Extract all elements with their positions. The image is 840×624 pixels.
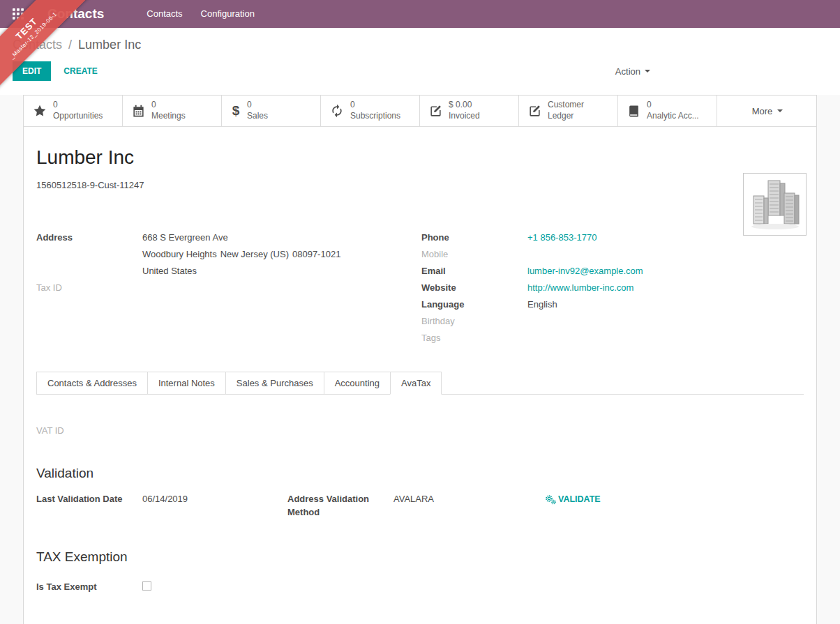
is-tax-exempt-label: Is Tax Exempt <box>36 580 142 593</box>
field-row-website: Website http://www.lumber-inc.com <box>421 280 804 296</box>
street-value: 668 S Evergreen Ave <box>142 229 228 246</box>
tags-label: Tags <box>421 330 527 347</box>
stat-label: Sales <box>247 111 268 122</box>
stat-button-invoiced[interactable]: $ 0.00 Invoiced <box>420 96 519 126</box>
website-link[interactable]: http://www.lumber-inc.com <box>527 280 633 296</box>
field-row-birthday: Birthday <box>421 313 804 330</box>
form-sheet: 0 Opportunities 0 Meetings $ <box>23 95 817 624</box>
breadcrumb-separator: / <box>66 38 75 52</box>
stat-button-analytic-accounts[interactable]: 0 Analytic Acc... <box>618 96 717 126</box>
control-buttons-row: EDIT CREATE Action <box>13 61 840 81</box>
star-icon <box>33 104 47 118</box>
record-reference: 1560512518-9-Cust-11247 <box>36 180 804 190</box>
avatax-tab-panel: VAT ID Validation Last Validation Date 0… <box>36 395 804 593</box>
chevron-down-icon <box>777 109 783 112</box>
language-value: English <box>527 296 557 313</box>
dollar-icon: $ <box>231 103 241 119</box>
tax-exemption-heading: TAX Exemption <box>36 549 804 565</box>
stat-label: Opportunities <box>53 111 103 122</box>
stat-label: Invoiced <box>449 111 480 122</box>
stat-value: 0 <box>350 100 400 111</box>
stat-value: 0 <box>151 100 186 111</box>
tab-sales-purchases[interactable]: Sales & Purchases <box>225 372 324 395</box>
field-row-tags: Tags <box>421 330 804 347</box>
last-validation-value: 06/14/2019 <box>142 492 188 519</box>
email-label: Email <box>421 263 527 280</box>
field-row-country: United States <box>36 263 421 280</box>
action-dropdown[interactable]: Action <box>615 66 650 77</box>
tab-avatax[interactable]: AvaTax <box>390 372 442 395</box>
validation-heading: Validation <box>36 466 804 481</box>
field-row-city: Woodbury Heights New Jersey (US) 08097-1… <box>36 246 421 263</box>
birthday-label: Birthday <box>421 313 527 330</box>
stat-label: Ledger <box>548 111 584 122</box>
last-validation-field: Last Validation Date 06/14/2019 <box>36 492 287 519</box>
tab-internal-notes[interactable]: Internal Notes <box>147 372 226 395</box>
create-button[interactable]: CREATE <box>53 61 107 81</box>
email-link[interactable]: lumber-inv92@example.com <box>527 263 643 280</box>
breadcrumb-current: Lumber Inc <box>78 38 141 52</box>
website-label: Website <box>421 280 527 296</box>
field-row-address: Address 668 S Evergreen Ave <box>36 229 421 246</box>
stat-value: 0 <box>647 100 699 111</box>
stat-button-opportunities[interactable]: 0 Opportunities <box>24 96 123 126</box>
top-navbar: Contacts Contacts Configuration <box>0 0 840 28</box>
stat-button-customer-ledger[interactable]: Customer Ledger <box>519 96 618 126</box>
company-image <box>743 173 807 236</box>
phone-link[interactable]: +1 856-853-1770 <box>527 229 597 246</box>
breadcrumb: Contacts / Lumber Inc <box>13 38 840 52</box>
stat-value: 0 <box>53 100 103 111</box>
field-row-language: Language English <box>421 296 804 313</box>
validation-method-field: Address Validation Method AVALARA <box>287 492 545 519</box>
city-value: Woodbury Heights <box>142 246 217 263</box>
content-area: 0 Opportunities 0 Meetings $ <box>0 95 840 624</box>
nav-item-contacts[interactable]: Contacts <box>137 0 191 28</box>
stat-button-row: 0 Opportunities 0 Meetings $ <box>24 96 816 127</box>
validate-button-label: VALIDATE <box>558 494 601 504</box>
stat-button-subscriptions[interactable]: 0 Subscriptions <box>321 96 420 126</box>
record-form: Lumber Inc 1560512518-9-Cust-11247 <box>24 127 816 624</box>
stat-button-sales[interactable]: $ 0 Sales <box>222 96 321 126</box>
chevron-down-icon <box>645 70 650 73</box>
pencil-square-icon <box>429 105 442 118</box>
stat-value: $ 0.00 <box>449 100 480 111</box>
state-value: New Jersey (US) <box>220 246 289 263</box>
address-label: Address <box>36 229 142 246</box>
stat-label: Meetings <box>151 111 186 122</box>
cogs-icon <box>545 494 556 505</box>
stat-label: Subscriptions <box>350 111 400 122</box>
stat-value: 0 <box>247 100 268 111</box>
field-row-email: Email lumber-inv92@example.com <box>421 263 804 280</box>
stat-label: Analytic Acc... <box>647 111 699 122</box>
sync-arrows-icon <box>330 104 344 118</box>
last-validation-label: Last Validation Date <box>36 492 142 519</box>
stat-value: Customer <box>548 100 584 111</box>
phone-label: Phone <box>421 229 527 246</box>
language-label: Language <box>421 296 527 313</box>
book-icon <box>627 105 640 118</box>
validation-fields-row: Last Validation Date 06/14/2019 Address … <box>36 492 804 519</box>
record-title: Lumber Inc <box>36 146 804 169</box>
stat-button-meetings[interactable]: 0 Meetings <box>123 96 222 126</box>
tab-accounting[interactable]: Accounting <box>324 372 391 395</box>
notebook-tabs: Contacts & Addresses Internal Notes Sale… <box>36 372 804 395</box>
buildings-illustration <box>748 178 802 231</box>
control-panel: Contacts / Lumber Inc EDIT CREATE Action <box>0 28 840 95</box>
country-value: United States <box>142 263 197 280</box>
vat-id-label: VAT ID <box>36 423 804 439</box>
validate-button[interactable]: VALIDATE <box>545 492 601 519</box>
nav-item-configuration[interactable]: Configuration <box>192 0 264 28</box>
is-tax-exempt-checkbox[interactable] <box>142 581 151 591</box>
field-row-tax-id: Tax ID <box>36 280 421 296</box>
action-dropdown-label: Action <box>615 66 640 77</box>
more-dropdown-label: More <box>752 106 773 116</box>
validation-method-label: Address Validation Method <box>287 492 393 519</box>
tab-contacts-addresses[interactable]: Contacts & Addresses <box>36 372 148 395</box>
field-row-mobile: Mobile <box>421 246 804 263</box>
more-dropdown[interactable]: More <box>719 96 816 126</box>
zip-value: 08097-1021 <box>292 246 340 263</box>
is-tax-exempt-row: Is Tax Exempt <box>36 580 804 593</box>
contact-column: Phone +1 856-853-1770 Mobile Email lumbe… <box>421 229 804 347</box>
tax-id-label: Tax ID <box>36 280 142 296</box>
calendar-icon <box>132 105 145 118</box>
